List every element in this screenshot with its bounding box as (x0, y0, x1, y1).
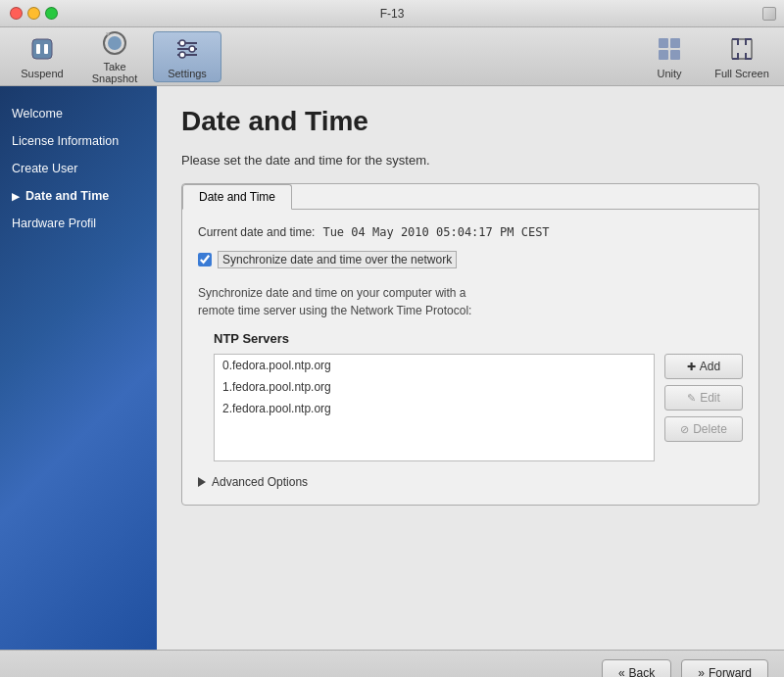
unity-label: Unity (657, 68, 681, 79)
sidebar-welcome-label: Welcome (12, 107, 63, 121)
snapshot-button[interactable]: Take Snapshot (80, 31, 149, 82)
sidebar-license-label: License Information (12, 134, 119, 148)
fullscreen-icon (726, 33, 758, 65)
back-button[interactable]: « Back (602, 659, 671, 678)
unity-icon (654, 33, 685, 65)
svg-point-4 (108, 36, 122, 50)
edit-label: Edit (700, 391, 720, 405)
sync-checkbox-label: Synchronize date and time over the netwo… (218, 251, 457, 268)
ntp-buttons: ✚ Add ✎ Edit ⊘ Delete (664, 354, 743, 461)
page-subtitle: Please set the date and time for the sys… (181, 153, 760, 168)
settings-button[interactable]: Settings (153, 31, 221, 82)
expand-icon (198, 477, 206, 487)
suspend-label: Suspend (21, 68, 63, 79)
sidebar-item-date-time[interactable]: ▶ Date and Time (0, 183, 157, 209)
sidebar-create-user-label: Create User (12, 162, 77, 175)
list-item[interactable]: 2.fedora.pool.ntp.org (215, 398, 654, 419)
sidebar-arrow-icon: ▶ (12, 191, 20, 202)
forward-label: Forward (709, 666, 752, 678)
svg-point-9 (189, 46, 195, 52)
sidebar-item-create-user[interactable]: Create User (0, 156, 157, 181)
bottom-nav: « Back » Forward (0, 650, 784, 677)
close-button[interactable] (10, 7, 23, 20)
back-icon: « (618, 666, 625, 678)
resize-handle[interactable] (762, 7, 776, 21)
back-label: Back (629, 666, 656, 678)
suspend-icon (26, 33, 58, 65)
sidebar-item-welcome[interactable]: Welcome (0, 101, 157, 126)
window-controls[interactable] (10, 7, 58, 20)
window-title: F-13 (380, 7, 405, 21)
sidebar: Welcome License Information Create User … (0, 86, 157, 650)
tab-date-time[interactable]: Date and Time (182, 184, 292, 210)
fullscreen-button[interactable]: Full Screen (708, 31, 776, 82)
sync-checkbox-row[interactable]: Synchronize date and time over the netwo… (198, 251, 743, 268)
unity-button[interactable]: Unity (635, 31, 704, 82)
svg-point-10 (179, 52, 185, 58)
sync-description: Synchronize date and time on your comput… (198, 284, 743, 319)
delete-server-button[interactable]: ⊘ Delete (664, 416, 743, 442)
svg-rect-2 (44, 44, 48, 54)
add-server-button[interactable]: ✚ Add (664, 354, 743, 379)
advanced-options[interactable]: Advanced Options (198, 475, 743, 489)
ntp-list-container: 0.fedora.pool.ntp.org 1.fedora.pool.ntp.… (214, 354, 655, 461)
suspend-button[interactable]: Suspend (8, 31, 76, 82)
delete-label: Delete (693, 422, 727, 436)
content-area: Date and Time Please set the date and ti… (157, 86, 784, 650)
edit-server-button[interactable]: ✎ Edit (664, 385, 743, 411)
svg-rect-15 (732, 39, 752, 59)
sidebar-hardware-label: Hardware Profil (12, 217, 96, 230)
sidebar-item-hardware[interactable]: Hardware Profil (0, 211, 157, 236)
ntp-title: NTP Servers (214, 331, 743, 346)
toolbar-right: Unity Full Screen (635, 31, 776, 82)
settings-label: Settings (168, 68, 207, 79)
svg-rect-12 (670, 38, 680, 48)
maximize-button[interactable] (45, 7, 58, 20)
svg-rect-14 (670, 50, 680, 60)
forward-button[interactable]: » Forward (681, 659, 768, 678)
title-bar: F-13 (0, 0, 784, 27)
sync-checkbox[interactable] (198, 253, 212, 266)
main-layout: Welcome License Information Create User … (0, 86, 784, 650)
svg-rect-0 (32, 39, 52, 59)
minimize-button[interactable] (27, 7, 40, 20)
settings-icon (172, 33, 203, 65)
forward-icon: » (698, 666, 705, 678)
svg-rect-1 (36, 44, 40, 54)
toolbar: Suspend Take Snapshot Settings (0, 27, 784, 86)
snapshot-label: Take Snapshot (80, 61, 149, 84)
current-date-label: Current date and time: (198, 225, 315, 239)
sidebar-date-time-label: Date and Time (25, 189, 109, 203)
current-date-value: Tue 04 May 2010 05:04:17 PM CEST (322, 225, 549, 239)
list-item[interactable]: 1.fedora.pool.ntp.org (215, 376, 654, 398)
page-title: Date and Time (181, 106, 760, 137)
sidebar-item-license[interactable]: License Information (0, 128, 157, 154)
svg-rect-13 (659, 50, 668, 60)
fullscreen-label: Full Screen (714, 68, 769, 79)
tab-header: Date and Time (182, 184, 759, 210)
date-row: Current date and time: Tue 04 May 2010 0… (198, 225, 743, 239)
tab-panel: Date and Time Current date and time: Tue… (181, 183, 760, 506)
tab-date-time-label: Date and Time (199, 190, 275, 204)
advanced-options-label: Advanced Options (212, 475, 308, 489)
svg-point-8 (179, 40, 185, 46)
ntp-row: 0.fedora.pool.ntp.org 1.fedora.pool.ntp.… (214, 354, 743, 461)
snapshot-icon (99, 28, 130, 58)
svg-rect-11 (659, 38, 668, 48)
ntp-server-list[interactable]: 0.fedora.pool.ntp.org 1.fedora.pool.ntp.… (214, 354, 655, 461)
ntp-section: NTP Servers 0.fedora.pool.ntp.org 1.fedo… (214, 331, 743, 461)
list-item[interactable]: 0.fedora.pool.ntp.org (215, 355, 654, 376)
plus-icon: ✚ (687, 361, 696, 373)
tab-content: Current date and time: Tue 04 May 2010 0… (182, 210, 759, 505)
edit-icon: ✎ (687, 392, 696, 405)
add-label: Add (700, 360, 720, 373)
delete-icon: ⊘ (680, 423, 689, 436)
